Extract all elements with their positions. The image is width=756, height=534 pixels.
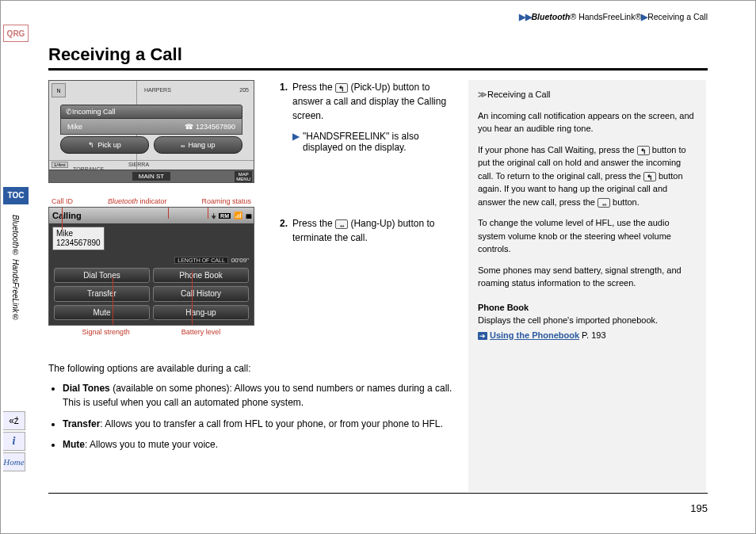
list-item: Mute: Allows you to mute your voice. bbox=[63, 437, 452, 452]
step-number: 2. bbox=[280, 216, 288, 245]
road-label: SIERRA bbox=[128, 162, 149, 167]
incoming-call-header: Incoming Call bbox=[60, 105, 242, 119]
sidebar-paragraph: An incoming call notification appears on… bbox=[478, 109, 697, 135]
callout-labels-bottom: Signal strength Battery level bbox=[48, 326, 254, 336]
incoming-call-info: Mike ☎ 1234567890 bbox=[60, 119, 242, 135]
signal-icon bbox=[234, 212, 242, 219]
section-name-vertical: Bluetooth® HandsFreeLink® bbox=[11, 215, 20, 341]
list-item: Transfer: Allows you to transfer a call … bbox=[63, 417, 452, 432]
link-arrow-icon bbox=[478, 330, 490, 340]
page-title: Receiving a Call bbox=[48, 44, 708, 65]
home-icon[interactable]: Home bbox=[3, 452, 25, 471]
sidebar-paragraph: To change the volume level of HFL, use t… bbox=[478, 216, 697, 256]
mute-button[interactable]: Mute bbox=[54, 305, 150, 320]
hangup-icon bbox=[335, 219, 348, 229]
tab-qrg[interactable]: QRG bbox=[3, 25, 29, 42]
compass-icon: N bbox=[52, 83, 66, 97]
step-text: Press the (Hang-Up) button to terminate … bbox=[292, 216, 454, 245]
battery-icon bbox=[246, 212, 250, 219]
list-item: Dial Tones (available on some phones): A… bbox=[63, 381, 452, 410]
bottom-bar: MAIN ST MAPMENU bbox=[49, 170, 254, 182]
pickup-icon bbox=[643, 172, 656, 181]
caller-id-box: Mike 1234567890 bbox=[52, 227, 105, 250]
page-number: 195 bbox=[690, 502, 708, 514]
breadcrumb: ▶▶Bluetooth® HandsFreeLink®▶Receiving a … bbox=[519, 12, 708, 21]
step-text: Press the (Pick-Up) button to answer a c… bbox=[292, 80, 454, 123]
phone-book-button[interactable]: Phone Book bbox=[153, 268, 249, 283]
voice-icon[interactable]: «ź bbox=[3, 411, 25, 430]
figure-calling-screen: Calling RM Mike 1234567890 LENGTH OF CAL… bbox=[48, 207, 254, 326]
step-substep: ▶"HANDSFREELINK" is also displayed on th… bbox=[292, 131, 454, 153]
callout-labels-top: Call ID Bluetooth indicator Roaming stat… bbox=[48, 197, 254, 207]
tab-toc[interactable]: TOC bbox=[3, 187, 29, 204]
hangup-icon bbox=[598, 198, 610, 208]
info-icon[interactable]: i bbox=[3, 432, 25, 451]
road-label: 205 bbox=[239, 87, 249, 93]
transfer-button[interactable]: Transfer bbox=[54, 286, 150, 301]
road-label: HARPERS bbox=[144, 87, 171, 93]
phonebook-link[interactable]: Using the Phonebook bbox=[490, 330, 579, 340]
dial-tones-button[interactable]: Dial Tones bbox=[54, 268, 150, 283]
options-section: The following options are available duri… bbox=[48, 361, 452, 459]
pickup-icon bbox=[637, 146, 650, 155]
hangup-button[interactable]: Hang-up bbox=[153, 305, 249, 320]
hangup-button[interactable]: ⏛Hang up bbox=[154, 136, 242, 154]
calling-title: Calling bbox=[52, 211, 82, 220]
phonebook-heading: Phone Book bbox=[478, 301, 697, 315]
figure-incoming-call: N HARPERS TORRANCE SIERRA 205 Incoming C… bbox=[48, 80, 254, 183]
sidebar-paragraph: Some phones may send battery, signal str… bbox=[478, 264, 697, 290]
steps-column: 1. Press the (Pick-Up) button to answer … bbox=[280, 80, 454, 253]
phonebook-text: Displays the cell phone's imported phone… bbox=[478, 314, 697, 327]
map-scale: 1/4mi bbox=[52, 162, 68, 168]
map-menu-button[interactable]: MAPMENU bbox=[235, 171, 252, 182]
roaming-badge: RM bbox=[219, 213, 231, 219]
page-title-bar: Receiving a Call bbox=[48, 44, 708, 71]
call-length: LENGTH OF CALL 00'09" bbox=[174, 257, 249, 264]
call-history-button[interactable]: Call History bbox=[153, 286, 249, 301]
pickup-button[interactable]: ↰Pick up bbox=[60, 136, 149, 154]
sidebar-paragraph: If your phone has Call Waiting, press th… bbox=[478, 143, 697, 209]
bluetooth-icon bbox=[212, 212, 216, 219]
page-footer-rule bbox=[48, 493, 708, 494]
info-sidebar: ≫ Receiving a Call An incoming call noti… bbox=[468, 80, 706, 492]
pickup-icon bbox=[335, 83, 348, 93]
step-number: 1. bbox=[280, 80, 288, 123]
